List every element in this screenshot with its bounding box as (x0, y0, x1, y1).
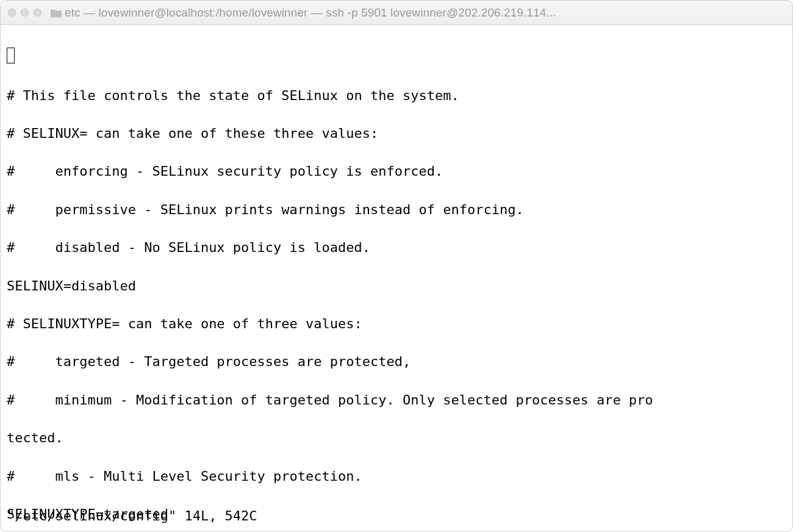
file-line: # permissive - SELinux prints warnings i… (7, 200, 786, 219)
file-line: # mls - Multi Level Security protection. (7, 467, 786, 486)
file-line: # SELINUX= can take one of these three v… (7, 124, 786, 143)
file-line: # minimum - Modification of targeted pol… (7, 390, 786, 409)
close-window-button[interactable] (8, 9, 16, 16)
file-line: # targeted - Targeted processes are prot… (7, 352, 786, 371)
cursor (7, 48, 15, 63)
file-line: tected. (7, 428, 786, 447)
traffic-lights (8, 9, 41, 16)
file-line: # enforcing - SELinux security policy is… (7, 162, 786, 181)
file-line: SELINUX=disabled (7, 276, 786, 295)
window-titlebar: etc — lovewinner@localhost:/home/lovewin… (1, 1, 792, 25)
minimize-window-button[interactable] (21, 9, 29, 16)
folder-icon (50, 9, 61, 17)
vim-status-line: "/etc/selinux/config" 14L, 542C (7, 506, 257, 525)
file-line: # SELINUXTYPE= can take one of three val… (7, 314, 786, 333)
file-line: # This file controls the state of SELinu… (7, 86, 786, 105)
window-title: etc — lovewinner@localhost:/home/lovewin… (65, 6, 785, 20)
file-line (7, 48, 786, 66)
file-line: # disabled - No SELinux policy is loaded… (7, 238, 786, 257)
maximize-window-button[interactable] (34, 9, 41, 16)
terminal-content[interactable]: # This file controls the state of SELinu… (1, 25, 792, 531)
